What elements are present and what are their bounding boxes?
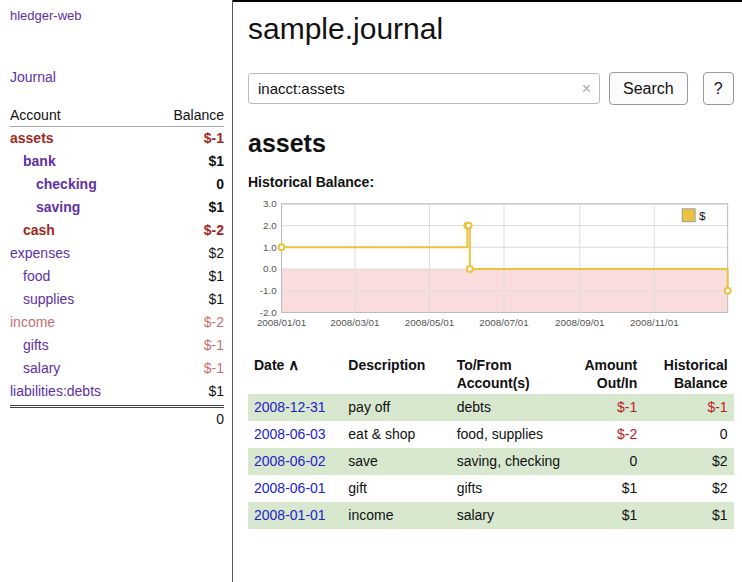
historical-balance-chart: -2.0-1.00.01.02.03.02008/01/012008/03/01… (248, 196, 734, 340)
transaction-balance: $2 (643, 475, 733, 502)
sidebar-account-expenses[interactable]: expenses (10, 242, 70, 265)
transaction-accounts: gifts (451, 475, 569, 502)
register-header-date[interactable]: Date ∧ (248, 354, 342, 394)
transaction-date-link[interactable]: 2008-12-31 (254, 399, 326, 415)
register-row: 2008-06-01giftgifts$1$2 (248, 475, 734, 502)
transaction-date-link[interactable]: 2008-01-01 (254, 507, 326, 523)
sidebar-account-food[interactable]: food (23, 265, 50, 288)
transaction-balance: $1 (643, 502, 733, 529)
account-balance: $1 (208, 150, 224, 173)
account-balance: $-2 (204, 219, 224, 242)
account-row: saving$1 (10, 196, 224, 219)
account-balance: $-1 (204, 334, 224, 357)
sidebar-account-bank[interactable]: bank (23, 150, 56, 173)
accounts-header-balance: Balance (173, 107, 224, 123)
transaction-description: income (342, 502, 450, 529)
accounts-list: assets$-1bank$1checking0saving$1cash$-2e… (10, 127, 224, 403)
data-point-marker (725, 288, 731, 294)
transaction-amount: $-2 (569, 421, 643, 448)
transaction-date-cell: 2008-06-03 (248, 421, 342, 448)
account-row: supplies$1 (10, 288, 224, 311)
sidebar: hledger-web Journal Account Balance asse… (0, 0, 233, 582)
accounts-table-header: Account Balance (10, 107, 224, 127)
transaction-accounts: debts (451, 394, 569, 421)
account-row: expenses$2 (10, 242, 224, 265)
register-header-description: Description (342, 354, 450, 394)
transaction-accounts: food, supplies (451, 421, 569, 448)
search-input[interactable] (248, 73, 600, 104)
page-title: sample.journal (248, 12, 734, 46)
y-tick-label: -1.0 (260, 285, 278, 296)
sidebar-account-liabilities-debts[interactable]: liabilities:debts (10, 380, 101, 403)
data-point-marker (279, 244, 285, 250)
account-row: gifts$-1 (10, 334, 224, 357)
register-header-row: Date ∧ Description To/From Account(s) Am… (248, 354, 734, 394)
register-header-amount: Amount Out/In (569, 354, 643, 394)
transaction-amount: $1 (569, 475, 643, 502)
help-button[interactable]: ? (703, 72, 734, 105)
y-tick-label: 3.0 (263, 198, 277, 209)
account-balance: $1 (208, 196, 224, 219)
transaction-amount: 0 (569, 448, 643, 475)
transaction-accounts: salary (451, 502, 569, 529)
data-point-marker (466, 223, 472, 229)
transaction-date-cell: 2008-06-02 (248, 448, 342, 475)
account-row: income$-2 (10, 311, 224, 334)
transaction-accounts: saving, checking (451, 448, 569, 475)
register-row: 2008-01-01incomesalary$1$1 (248, 502, 734, 529)
register-row: 2008-06-02savesaving, checking0$2 (248, 448, 734, 475)
transaction-date-link[interactable]: 2008-06-02 (254, 453, 326, 469)
account-row: bank$1 (10, 150, 224, 173)
accounts-total-value: 0 (216, 411, 224, 427)
account-balance: $-1 (204, 357, 224, 380)
accounts-header-account: Account (10, 107, 61, 123)
account-balance: $2 (208, 242, 224, 265)
main-content: sample.journal × Search ? assets Histori… (233, 0, 742, 582)
account-row: liabilities:debts$1 (10, 380, 224, 403)
transaction-date-cell: 2008-06-01 (248, 475, 342, 502)
x-tick-label: 2008/11/01 (630, 317, 679, 328)
register-table: Date ∧ Description To/From Account(s) Am… (248, 354, 734, 529)
sidebar-account-gifts[interactable]: gifts (23, 334, 49, 357)
transaction-date-link[interactable]: 2008-06-01 (254, 480, 326, 496)
accounts-total-row: 0 (10, 405, 224, 430)
sort-ascending-icon: ∧ (288, 356, 299, 373)
legend-label: $ (699, 209, 706, 223)
register-row: 2008-12-31pay offdebts$-1$-1 (248, 394, 734, 421)
date-header-label: Date (254, 357, 284, 373)
sidebar-account-assets[interactable]: assets (10, 127, 54, 150)
sidebar-account-salary[interactable]: salary (23, 357, 60, 380)
nav-journal-link[interactable]: Journal (10, 69, 224, 85)
app-title-link[interactable]: hledger-web (10, 8, 224, 23)
data-point-marker (467, 266, 473, 272)
transaction-date-link[interactable]: 2008-06-03 (254, 426, 326, 442)
x-tick-label: 2008/03/01 (330, 317, 379, 328)
transaction-description: pay off (342, 394, 450, 421)
transaction-balance: $-1 (643, 394, 733, 421)
sidebar-account-supplies[interactable]: supplies (23, 288, 74, 311)
account-row: food$1 (10, 265, 224, 288)
page: hledger-web Journal Account Balance asse… (0, 0, 742, 582)
search-form: × Search ? (248, 72, 734, 105)
transaction-amount: $1 (569, 502, 643, 529)
sidebar-account-income[interactable]: income (10, 311, 55, 334)
transaction-amount: $-1 (569, 394, 643, 421)
search-button[interactable]: Search (609, 72, 688, 105)
sidebar-account-cash[interactable]: cash (23, 219, 55, 242)
x-tick-label: 2008/07/01 (479, 317, 528, 328)
x-tick-label: 2008/05/01 (405, 317, 454, 328)
account-balance: $1 (208, 288, 224, 311)
account-row: salary$-1 (10, 357, 224, 380)
search-box: × (248, 73, 600, 104)
clear-search-icon[interactable]: × (582, 81, 591, 97)
transaction-date-cell: 2008-01-01 (248, 502, 342, 529)
register-row: 2008-06-03eat & shopfood, supplies$-20 (248, 421, 734, 448)
sidebar-account-checking[interactable]: checking (36, 173, 97, 196)
transaction-balance: $2 (643, 448, 733, 475)
y-tick-label: -2.0 (260, 307, 278, 318)
transaction-description: eat & shop (342, 421, 450, 448)
transaction-date-cell: 2008-12-31 (248, 394, 342, 421)
x-tick-label: 2008/09/01 (555, 317, 604, 328)
account-balance: $1 (208, 380, 224, 403)
sidebar-account-saving[interactable]: saving (36, 196, 80, 219)
